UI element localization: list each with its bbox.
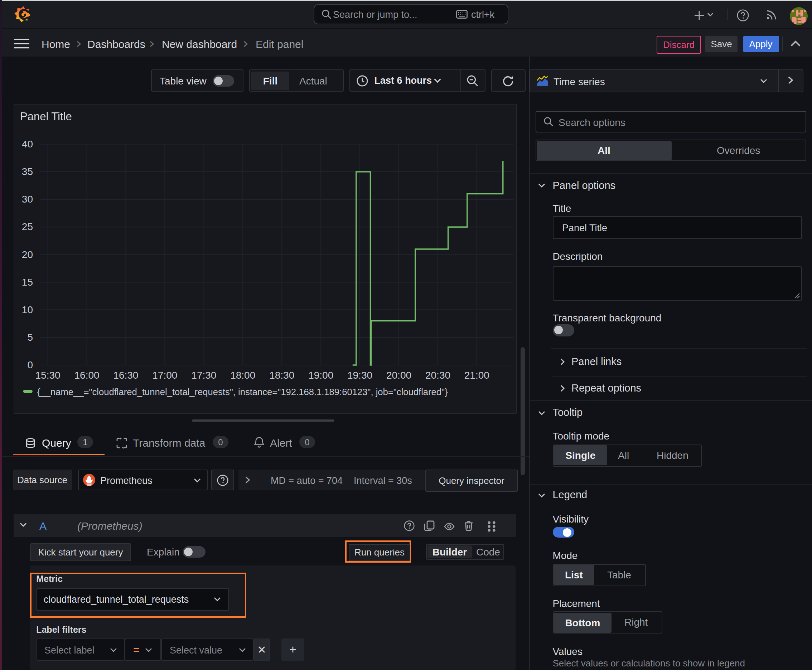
svg-text:10: 10: [22, 304, 32, 315]
svg-text:16:00: 16:00: [74, 370, 99, 381]
svg-text:19:00: 19:00: [308, 370, 333, 381]
svg-text:15:30: 15:30: [35, 370, 60, 381]
svg-text:20: 20: [22, 249, 32, 260]
svg-text:25: 25: [22, 221, 32, 232]
svg-text:15: 15: [22, 277, 32, 288]
svg-text:17:00: 17:00: [152, 370, 177, 381]
svg-text:18:30: 18:30: [269, 370, 294, 381]
svg-text:21:00: 21:00: [464, 370, 489, 381]
svg-text:18:00: 18:00: [230, 370, 255, 381]
svg-text:19:30: 19:30: [347, 370, 372, 381]
svg-text:40: 40: [22, 139, 32, 150]
svg-text:20:30: 20:30: [425, 370, 450, 381]
svg-text:5: 5: [27, 332, 33, 343]
svg-text:30: 30: [22, 194, 32, 205]
svg-text:20:00: 20:00: [386, 370, 411, 381]
svg-text:35: 35: [22, 166, 32, 177]
svg-text:17:30: 17:30: [191, 370, 216, 381]
svg-text:16:30: 16:30: [113, 370, 138, 381]
svg-text:0: 0: [27, 359, 33, 371]
